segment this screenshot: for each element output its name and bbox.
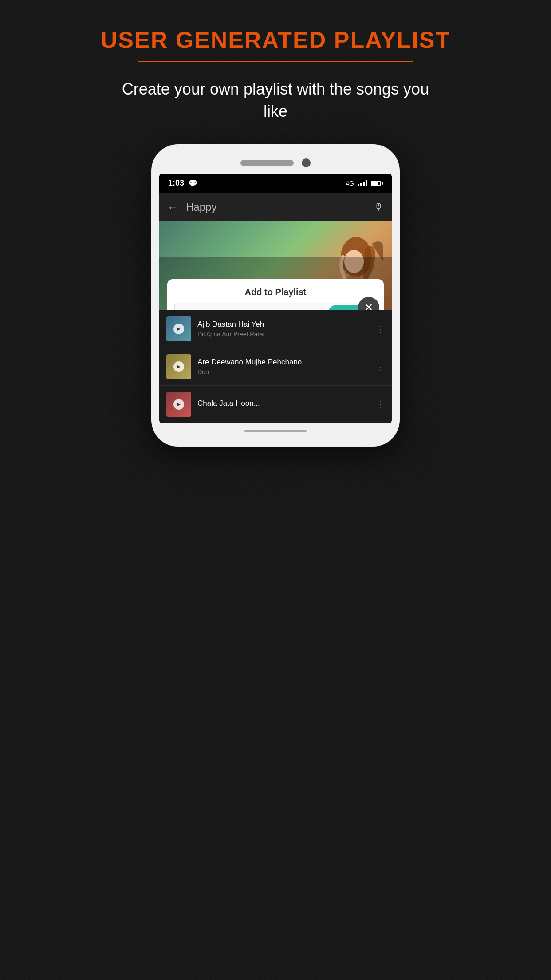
new-playlist-input-row: CREATE	[174, 303, 377, 310]
title-divider	[138, 61, 413, 62]
song-thumb-bg-0: ▶	[166, 316, 191, 341]
song-list: ▶ Ajib Dastan Hai Yeh Dil Apna Aur Preet…	[159, 310, 392, 423]
signal-bar-1	[358, 184, 359, 186]
modal-title: Add to Playlist	[167, 279, 384, 303]
play-overlay-1: ▶	[173, 361, 184, 372]
song-thumbnail-1: ▶	[166, 354, 191, 379]
play-overlay-0: ▶	[173, 324, 184, 334]
modal-overlay: ✕ Add to Playlist CREATE ♪ Pancham Da Ke…	[159, 257, 392, 310]
add-to-playlist-modal: ✕ Add to Playlist CREATE ♪ Pancham Da Ke…	[167, 279, 384, 310]
song-thumbnail-0: ▶	[166, 316, 191, 341]
back-button[interactable]: ←	[167, 201, 178, 213]
song-info-0: Ajib Dastan Hai Yeh Dil Apna Aur Preet P…	[197, 320, 370, 338]
phone-top	[159, 158, 392, 167]
more-options-icon-0[interactable]: ⋮	[376, 324, 385, 334]
status-right: 4G	[346, 180, 383, 187]
battery	[371, 181, 383, 186]
song-item[interactable]: ▶ Chala Jata Hoon... ⋮	[159, 386, 392, 423]
song-title-2: Chala Jata Hoon...	[197, 399, 370, 408]
battery-body	[371, 181, 381, 186]
status-left: 1:03 💬	[168, 178, 197, 188]
signal-bars	[358, 180, 367, 186]
song-album-0: Dil Apna Aur Preet Parai	[197, 331, 370, 338]
signal-bar-4	[366, 180, 367, 186]
song-thumbnail-2: ▶	[166, 392, 191, 417]
phone-frame: 1:03 💬 4G ←	[151, 144, 400, 447]
network-label: 4G	[346, 180, 354, 187]
new-playlist-input[interactable]	[175, 304, 326, 310]
song-info-2: Chala Jata Hoon...	[197, 399, 370, 410]
signal-bar-3	[363, 182, 365, 186]
song-item[interactable]: ▶ Are Deewano Mujhe Pehchano Don ⋮	[159, 348, 392, 386]
battery-tip	[382, 182, 383, 185]
more-options-icon-2[interactable]: ⋮	[376, 399, 385, 410]
song-album-1: Don	[197, 368, 370, 375]
mic-icon[interactable]: 🎙	[374, 202, 384, 213]
app-bar-title: Happy	[186, 201, 366, 213]
play-overlay-2: ▶	[173, 399, 184, 410]
song-thumb-bg-2: ▶	[166, 392, 191, 417]
hero-image: ✕ Add to Playlist CREATE ♪ Pancham Da Ke…	[159, 221, 392, 310]
message-icon: 💬	[189, 179, 197, 187]
status-time: 1:03	[168, 178, 184, 188]
battery-fill	[372, 182, 378, 185]
subtitle: Create your own playlist with the songs …	[120, 78, 431, 123]
song-info-1: Are Deewano Mujhe Pehchano Don	[197, 358, 370, 375]
more-options-icon-1[interactable]: ⋮	[376, 361, 385, 372]
home-indicator[interactable]	[244, 430, 307, 432]
phone-bottom	[159, 430, 392, 432]
status-bar: 1:03 💬 4G	[159, 174, 392, 193]
phone-speaker	[240, 160, 294, 166]
page-title: USER GENERATED PLAYLIST	[101, 27, 451, 53]
song-title-0: Ajib Dastan Hai Yeh	[197, 320, 370, 329]
phone-camera	[302, 158, 311, 167]
song-item[interactable]: ▶ Ajib Dastan Hai Yeh Dil Apna Aur Preet…	[159, 310, 392, 348]
app-bar: ← Happy 🎙	[159, 193, 392, 221]
phone-screen: 1:03 💬 4G ←	[159, 174, 392, 423]
signal-bar-2	[360, 183, 362, 186]
song-thumb-bg-1: ▶	[166, 354, 191, 379]
close-icon: ✕	[364, 301, 373, 310]
song-title-1: Are Deewano Mujhe Pehchano	[197, 358, 370, 367]
